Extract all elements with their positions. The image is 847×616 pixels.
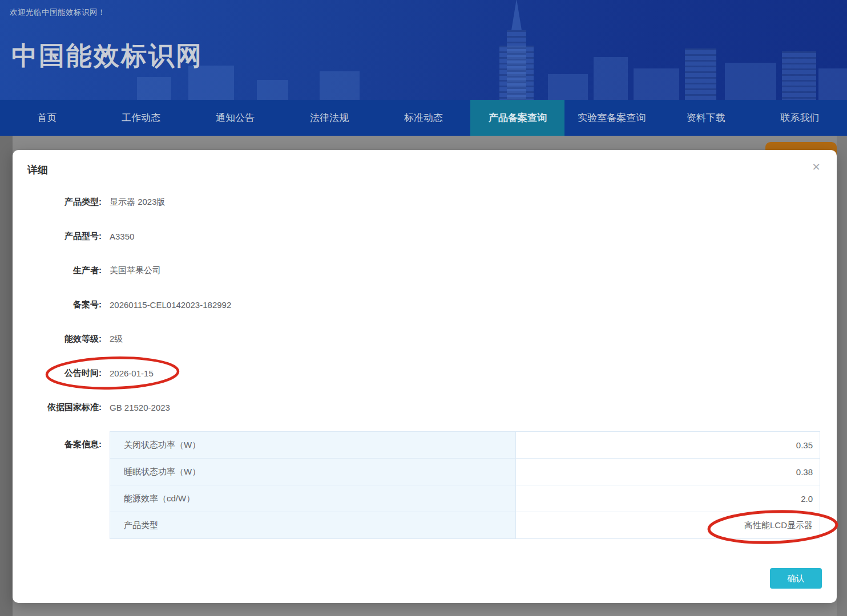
field-label: 能效等级: (13, 334, 102, 345)
main-nav: 首页 工作动态 通知公告 法律法规 标准动态 产品备案查询 实验室备案查询 资料… (0, 100, 847, 136)
field-label: 生产者: (13, 265, 102, 276)
field-announce-date: 公告时间: 2026-01-15 (13, 356, 837, 390)
welcome-text: 欢迎光临中国能效标识网！ (10, 7, 106, 18)
table-row: 产品类型 高性能LCD显示器 (110, 512, 820, 539)
field-value: 2026-01-15 (110, 368, 154, 378)
table-row: 能源效率（cd/W） 2.0 (110, 485, 820, 512)
field-value: 20260115-CEL0142023-182992 (110, 300, 231, 310)
nav-item-product-record-query[interactable]: 产品备案查询 (470, 100, 564, 136)
page: 欢迎光临中国能效标识网！ 中国能效标识网 首页 工作动态 通知公告 法律法规 标… (0, 0, 847, 616)
table-cell-name: 产品类型 (110, 512, 516, 539)
field-label: 产品型号: (13, 231, 102, 242)
nav-item-lab-record-query[interactable]: 实验室备案查询 (564, 100, 659, 136)
detail-fields: 产品类型: 显示器 2023版 产品型号: A3350 生产者: 美国苹果公司 … (13, 185, 837, 424)
table-row: 睡眠状态功率（W） 0.38 (110, 458, 820, 485)
detail-dialog: 详细 ✕ 产品类型: 显示器 2023版 产品型号: A3350 生产者: 美国… (13, 150, 837, 603)
field-value: GB 21520-2023 (110, 403, 170, 412)
nav-item-notices[interactable]: 通知公告 (188, 100, 283, 136)
field-label: 依据国家标准: (13, 402, 102, 413)
record-info-label: 备案信息: (13, 431, 102, 539)
nav-item-contact[interactable]: 联系我们 (753, 100, 847, 136)
close-icon[interactable]: ✕ (809, 160, 823, 174)
table-row: 关闭状态功率（W） 0.35 (110, 431, 820, 459)
confirm-button[interactable]: 确认 (770, 568, 822, 589)
field-label: 产品类型: (13, 197, 102, 208)
table-cell-value: 高性能LCD显示器 (516, 512, 820, 539)
field-value: 显示器 2023版 (110, 197, 166, 208)
table-cell-name: 能源效率（cd/W） (110, 485, 516, 512)
field-value: A3350 (110, 232, 134, 241)
table-cell-name: 关闭状态功率（W） (110, 431, 516, 459)
table-cell-value: 0.38 (516, 458, 820, 485)
site-logo: 中国能效标识网 (11, 39, 203, 73)
table-cell-name: 睡眠状态功率（W） (110, 458, 516, 485)
field-manufacturer: 生产者: 美国苹果公司 (13, 253, 837, 287)
table-cell-value: 0.35 (516, 431, 820, 459)
field-record-number: 备案号: 20260115-CEL0142023-182992 (13, 287, 837, 322)
table-cell-value: 2.0 (516, 485, 820, 512)
nav-item-standards[interactable]: 标准动态 (377, 100, 471, 136)
field-label: 备案号: (13, 299, 102, 310)
record-info-table: 关闭状态功率（W） 0.35 睡眠状态功率（W） 0.38 能源效率（cd/W）… (110, 431, 820, 539)
field-national-standard: 依据国家标准: GB 21520-2023 (13, 390, 837, 424)
nav-item-downloads[interactable]: 资料下载 (659, 100, 753, 136)
dialog-title: 详细 (27, 163, 48, 177)
nav-item-home[interactable]: 首页 (0, 100, 94, 136)
page-edge-left (0, 136, 13, 616)
site-banner: 欢迎光临中国能效标识网！ 中国能效标识网 (0, 0, 847, 100)
field-product-category: 产品类型: 显示器 2023版 (13, 185, 837, 219)
field-value: 2级 (110, 334, 123, 345)
field-value: 美国苹果公司 (110, 265, 161, 276)
page-edge-right (837, 136, 847, 616)
field-energy-grade: 能效等级: 2级 (13, 322, 837, 356)
nav-item-work-news[interactable]: 工作动态 (94, 100, 188, 136)
field-product-model: 产品型号: A3350 (13, 219, 837, 253)
nav-item-laws[interactable]: 法律法规 (283, 100, 377, 136)
record-info-section: 备案信息: 关闭状态功率（W） 0.35 睡眠状态功率（W） 0.38 能源效率… (13, 431, 837, 539)
field-label: 公告时间: (13, 368, 102, 379)
